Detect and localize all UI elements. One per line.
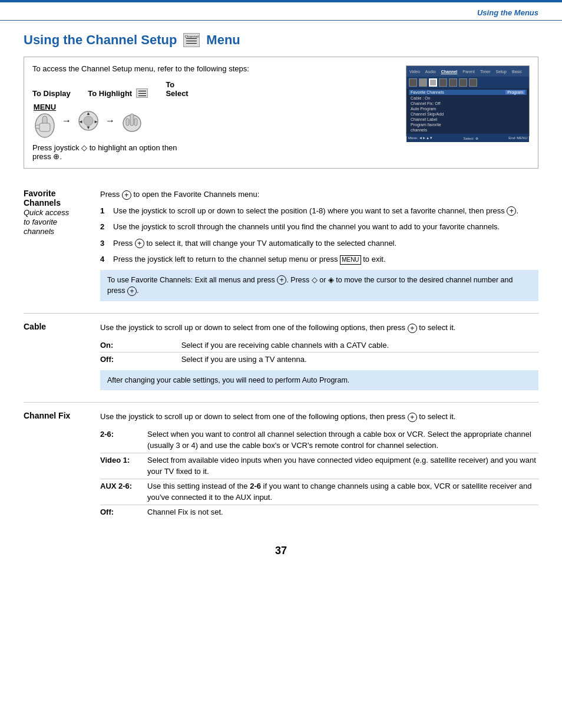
note-cable: After changing your cable settings, you … <box>100 370 538 391</box>
arrow-right-2: → <box>105 116 115 126</box>
label-to-select: To Select <box>166 80 197 98</box>
instruction-box: To access the Channel Setup menu, refer … <box>24 57 538 169</box>
table-row-favorite-channels: FavoriteChannels Quick accessto favorite… <box>24 180 538 314</box>
svg-rect-3 <box>39 123 50 131</box>
channel-fix-sub-table: 2-6: Select when you want to control all… <box>100 427 538 519</box>
note-favorite-channels: To use Favorite Channels: Exit all menus… <box>100 270 538 302</box>
circle-plus-icon: + <box>122 190 131 200</box>
page-container: Using the Menus Using the Channel Setup … <box>0 0 562 728</box>
svg-rect-12 <box>134 118 137 126</box>
list-item: 4 Press the joystick left to return to t… <box>100 253 538 265</box>
title-part1: Using the Channel Setup <box>24 32 177 48</box>
tv-screenshot: Video Audio Channel Parent Timer Setup B… <box>406 65 530 136</box>
menu-label: MENU <box>34 103 56 111</box>
numbered-list-favorite: 1 Use the joystick to scroll up or down … <box>100 205 538 265</box>
svg-text:▼: ▼ <box>86 125 91 130</box>
svg-text:►: ► <box>94 119 98 124</box>
list-item: 1 Use the joystick to scroll up or down … <box>100 205 538 217</box>
highlight-channel-icon <box>136 88 148 98</box>
label-to-display: To Display <box>32 89 88 98</box>
term-favorite-channels: FavoriteChannels Quick accessto favorite… <box>24 180 100 314</box>
desc-cable: Use the joystick to scroll up or down to… <box>100 314 538 403</box>
page-title: Using the Channel Setup Channel Menu <box>24 32 538 48</box>
table-row-channel-fix: Channel Fix Use the joystick to scroll u… <box>24 403 538 528</box>
display-left: To Display To Highlight To Select <box>32 80 197 161</box>
display-row: To Display To Highlight To Select <box>32 80 530 161</box>
table-row-cable: Cable Use the joystick to scroll up or d… <box>24 314 538 403</box>
content-table: FavoriteChannels Quick accessto favorite… <box>24 180 538 527</box>
press-instruction: Press joystick ◇ to highlight an option … <box>32 143 197 161</box>
tv-menu-bar: Video Audio Channel Parent Timer Setup B… <box>406 66 529 77</box>
subtitle-favorite: Quick accessto favoritechannels <box>24 208 69 236</box>
display-labels: To Display To Highlight To Select <box>32 80 197 98</box>
svg-rect-13 <box>126 118 129 126</box>
svg-text:◄: ◄ <box>78 119 83 124</box>
desc-channel-fix: Use the joystick to scroll up or down to… <box>100 403 538 528</box>
term-cable: Cable <box>24 314 100 403</box>
svg-text:▲: ▲ <box>86 111 91 116</box>
list-item: 2 Use the joystick to scroll through the… <box>100 221 538 233</box>
page-number: 37 <box>24 545 538 569</box>
label-to-highlight: To Highlight <box>88 88 166 98</box>
header-section: Using the Menus <box>0 2 562 21</box>
arrow-right-1: → <box>62 116 71 126</box>
svg-rect-11 <box>130 114 134 126</box>
cable-sub-table: On: Select if you are receiving cable ch… <box>100 338 538 367</box>
channel-icon-title: Channel <box>183 33 200 47</box>
hand-point-icon <box>32 113 57 139</box>
svg-point-5 <box>84 116 93 126</box>
desc-favorite-channels: Press + to open the Favorite Channels me… <box>100 180 538 314</box>
list-item: 3 Press + to select it, that will change… <box>100 238 538 249</box>
tv-icons-row <box>406 77 529 88</box>
joystick-icon: ▲ ▼ ◄ ► <box>76 108 101 134</box>
icons-row: MENU → <box>32 103 197 139</box>
term-channel-fix: Channel Fix <box>24 403 100 528</box>
tv-bottom-bar: Move: ◄►▲▼ Select: ⊕ End: MENU <box>406 134 529 142</box>
title-part2: Menu <box>206 32 240 48</box>
hand-select-icon <box>120 108 144 134</box>
header-title: Using the Menus <box>477 8 538 17</box>
main-content: Using the Channel Setup Channel Menu To … <box>0 21 562 592</box>
tv-content: Favorite Channels Program Cable : On Cha… <box>406 88 529 134</box>
